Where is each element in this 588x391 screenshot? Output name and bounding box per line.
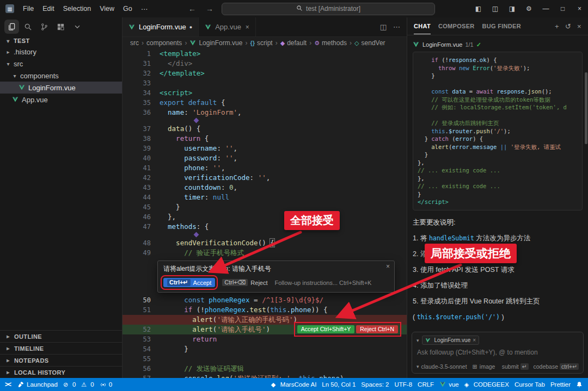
context-file-chip[interactable]: LoginForm.vue × bbox=[422, 336, 480, 345]
menu-bar: FileEditSelectionViewGo⋯ bbox=[19, 0, 152, 17]
breadcrumb-src[interactable]: src bbox=[130, 39, 139, 47]
chevron-down-icon[interactable] bbox=[70, 20, 84, 34]
chat-content[interactable]: LoginForm.vue 1/1 ✓ if (!response.ok) { … bbox=[407, 35, 588, 328]
split-editor-icon[interactable]: ◫ bbox=[380, 23, 387, 31]
breadcrumb-components[interactable]: components bbox=[146, 39, 182, 47]
status-codegeex[interactable]: ◈CODEGEEX bbox=[462, 378, 512, 391]
tab-app-vue[interactable]: App.vue× bbox=[199, 17, 256, 36]
status-cursor-tab[interactable]: Cursor Tab bbox=[512, 378, 548, 391]
menu-edit[interactable]: Edit bbox=[38, 0, 59, 17]
status-ln-50-col-1[interactable]: Ln 50, Col 1 bbox=[319, 378, 358, 391]
source-control-icon[interactable] bbox=[37, 20, 52, 34]
breadcrumb-loginform-vue[interactable]: LoginForm.vue bbox=[189, 39, 242, 47]
layout-sidebar-right-icon[interactable]: ◨ bbox=[504, 0, 520, 17]
status-prettier[interactable]: Prettier bbox=[548, 378, 573, 391]
rocket-icon bbox=[17, 381, 24, 388]
status-vue[interactable]: vue bbox=[437, 378, 462, 391]
menu-file[interactable]: File bbox=[19, 0, 38, 17]
breadcrumb-sendver[interactable]: ◇sendVer bbox=[354, 39, 385, 47]
tree-item-components[interactable]: ▾components bbox=[0, 70, 122, 82]
ai-marker-row bbox=[122, 117, 407, 124]
code-token: : bbox=[217, 154, 225, 162]
tree-item--history[interactable]: ▸.history bbox=[0, 46, 122, 58]
summary-text: 3. 使用 fetch API 发送 POST 请求 bbox=[413, 266, 514, 274]
breadcrumb-default[interactable]: ◆default bbox=[280, 39, 307, 47]
minimize-icon[interactable]: — bbox=[537, 0, 554, 17]
section-timeline[interactable]: ▸TIMELINE bbox=[0, 342, 122, 354]
search-icon[interactable] bbox=[21, 20, 35, 34]
chat-input-placeholder[interactable]: Ask followup (Ctrl+Shift+Y), @ to mentio… bbox=[416, 347, 579, 361]
chevron-down-icon[interactable]: ▾ bbox=[416, 338, 419, 343]
summary-item: 1. 将 handleSubmit 方法改为异步方法 bbox=[413, 234, 583, 243]
settings-gear-icon[interactable]: ⚙ bbox=[520, 0, 537, 17]
code-token: return bbox=[176, 134, 200, 142]
tree-item-app-vue[interactable]: App.vue bbox=[0, 94, 122, 105]
status-0[interactable]: ⊘0 bbox=[60, 378, 78, 391]
new-chat-icon[interactable]: + bbox=[555, 22, 559, 30]
more-icon[interactable]: ⋯ bbox=[393, 23, 400, 31]
diff-accept-button[interactable]: Accept Ctrl+Shift+Y bbox=[297, 325, 355, 333]
model-selector[interactable]: ▾ claude-3.5-sonnet bbox=[416, 363, 467, 370]
code-editor[interactable]: 1<template>31 </div>32</template>3334<sc… bbox=[122, 49, 407, 378]
status-crlf[interactable]: CRLF bbox=[415, 378, 437, 391]
close-icon[interactable]: × bbox=[386, 263, 390, 270]
code-text: <script> bbox=[160, 88, 407, 98]
status-remote[interactable]: >< bbox=[2, 378, 15, 391]
forward-icon[interactable]: → bbox=[204, 4, 215, 13]
section-outline[interactable]: ▸OUTLINE bbox=[0, 330, 122, 342]
chat-tab-composer[interactable]: COMPOSER bbox=[438, 23, 475, 29]
tab-loginform-vue[interactable]: LoginForm.vue● bbox=[122, 17, 199, 36]
chat-tab-bug-finder[interactable]: BUG FINDER bbox=[482, 23, 521, 29]
explorer-header[interactable]: ▾ TEST bbox=[0, 36, 122, 46]
files-icon[interactable] bbox=[4, 20, 19, 34]
code-token: 'LoginForm' bbox=[192, 108, 237, 116]
tree-item-loginform-vue[interactable]: LoginForm.vue bbox=[0, 82, 122, 94]
code-line: 47 methods: { bbox=[122, 222, 407, 232]
chat-input-box[interactable]: ▾ LoginForm.vue × Ask followup (Ctrl+Shi… bbox=[412, 332, 584, 374]
status-bell[interactable] bbox=[573, 378, 586, 391]
status-spaces-2[interactable]: Spaces: 2 bbox=[358, 378, 391, 391]
code-token: </template> bbox=[160, 69, 205, 77]
inline-accept-button[interactable]: Ctrl+↵ Accept bbox=[163, 278, 215, 287]
followup-instructions[interactable]: Follow-up instructions... Ctrl+Shift+K bbox=[275, 280, 372, 286]
extensions-icon[interactable] bbox=[53, 20, 68, 34]
menu-selection[interactable]: Selection bbox=[59, 0, 95, 17]
status-marscode-ai[interactable]: ◆MarsCode AI bbox=[268, 378, 319, 391]
chat-scrollbar[interactable] bbox=[585, 72, 587, 144]
close-icon[interactable]: × bbox=[571, 0, 588, 17]
status-launchpad[interactable]: Launchpad bbox=[15, 378, 60, 391]
status-0[interactable]: ⚠0 bbox=[78, 378, 96, 391]
section-notepads[interactable]: ▸NOTEPADS bbox=[0, 354, 122, 366]
breadcrumb-script[interactable]: {}script bbox=[250, 39, 272, 47]
close-icon[interactable]: × bbox=[246, 23, 249, 31]
tree-item-label: src bbox=[14, 60, 23, 68]
close-icon[interactable]: × bbox=[577, 22, 581, 30]
command-center-search[interactable]: test [Administrator] bbox=[222, 3, 435, 15]
back-icon[interactable]: ← bbox=[187, 4, 198, 13]
tree-item-src[interactable]: ▾src bbox=[0, 58, 122, 70]
code-line: 41 phone: '', bbox=[122, 163, 407, 173]
history-icon[interactable]: ↺ bbox=[565, 22, 571, 30]
status-utf-8[interactable]: UTF-8 bbox=[392, 378, 415, 391]
menu-go[interactable]: Go bbox=[119, 0, 137, 17]
chat-tab-chat[interactable]: CHAT bbox=[414, 18, 431, 34]
menu-view[interactable]: View bbox=[95, 0, 119, 17]
codebase-button[interactable]: codebase ctrl+↵ bbox=[534, 363, 579, 370]
section-local-history[interactable]: ▸LOCAL HISTORY bbox=[0, 366, 122, 378]
inline-reject-button[interactable]: Ctrl+⌫ Reject bbox=[222, 279, 267, 286]
breadcrumb-methods[interactable]: ⚙methods bbox=[314, 39, 347, 47]
layout-panel-icon[interactable]: ◫ bbox=[487, 0, 504, 17]
submit-button[interactable]: submit ↵ bbox=[502, 363, 529, 370]
menu-[interactable]: ⋯ bbox=[137, 0, 152, 17]
chat-file-header[interactable]: LoginForm.vue 1/1 ✓ bbox=[413, 39, 583, 50]
code-line: 52 alert('请输入手机号')Accept Ctrl+Shift+YRej… bbox=[122, 325, 407, 334]
chat-code-line: const data = await response.json(); bbox=[418, 88, 578, 96]
diff-reject-button[interactable]: Reject Ctrl+N bbox=[356, 325, 398, 333]
maximize-icon[interactable]: □ bbox=[554, 0, 571, 17]
remove-context-icon[interactable]: × bbox=[473, 337, 476, 343]
image-button[interactable]: ⊞ image bbox=[473, 363, 495, 370]
layout-sidebar-left-icon[interactable]: ◧ bbox=[470, 0, 487, 17]
code-token: countdown bbox=[184, 183, 221, 191]
status-0[interactable]: 0 bbox=[97, 378, 115, 391]
chat-code-line bbox=[418, 111, 578, 120]
